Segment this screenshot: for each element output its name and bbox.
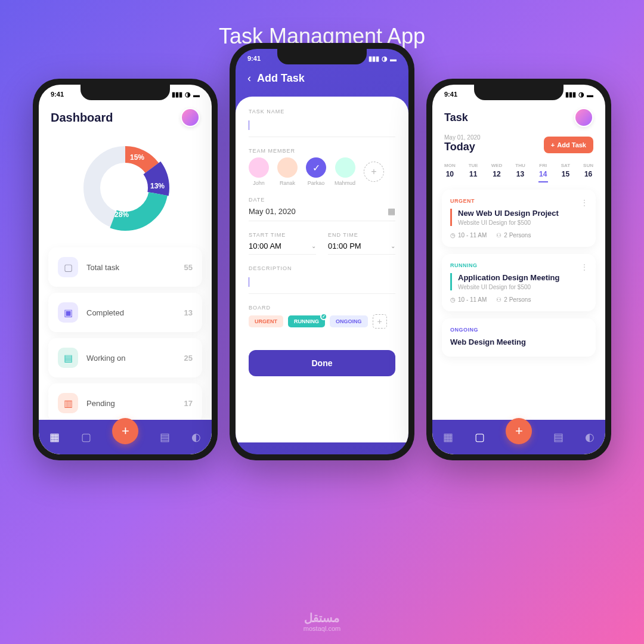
member-name: Parkao: [308, 180, 325, 186]
done-button[interactable]: Done: [249, 350, 395, 376]
board-urgent[interactable]: URGENT: [249, 315, 283, 327]
member-parkao[interactable]: ✓Parkao: [306, 157, 326, 186]
task-card-ongoing[interactable]: ONGOING Web Design Meeting: [442, 318, 596, 357]
add-task-button[interactable]: +Add Task: [544, 137, 593, 153]
board-ongoing[interactable]: ONGOING: [330, 315, 368, 327]
chart-label-3: 28%: [114, 210, 129, 219]
member-name: Ranak: [280, 180, 295, 186]
board-running[interactable]: RUNNING✓: [288, 315, 325, 327]
day-mon[interactable]: MON10: [444, 163, 456, 182]
nav-calendar-icon[interactable]: ▤: [160, 431, 170, 444]
date-value: May 01, 2020: [249, 207, 296, 216]
phone-add-task: 9:41 ▮▮▮◑▬ ‹ Add Task TASK NAME TEAM MEM…: [230, 43, 414, 460]
end-time-value: 01:00 PM: [328, 242, 361, 250]
task-desc: Website UI Design for $500: [458, 284, 587, 290]
page-title: Task Managment App: [0, 0, 644, 49]
pending-folder-icon: ▥: [58, 393, 78, 413]
task-tag: URGENT: [450, 198, 587, 204]
day-fri[interactable]: FRI14: [538, 163, 548, 182]
task-name-input[interactable]: [249, 118, 395, 137]
today-label: Today: [444, 141, 481, 153]
task-card-urgent[interactable]: URGENT ⋮ New Web UI Design Project Websi…: [442, 190, 596, 247]
chevron-down-icon: ⌄: [391, 243, 395, 249]
task-name: Application Design Meeting: [458, 273, 587, 282]
donut-chart: 15% 13% 28%: [39, 134, 212, 247]
dashboard-title: Dashboard: [51, 111, 113, 125]
persons-icon: ⚇: [496, 296, 501, 303]
task-persons: ⚇2 Persons: [496, 296, 531, 303]
nav-grid-icon[interactable]: ▦: [49, 431, 60, 444]
stat-pending[interactable]: ▥Pending17: [48, 383, 202, 423]
more-icon[interactable]: ⋮: [580, 262, 589, 272]
start-time-value: 10:00 AM: [249, 242, 281, 250]
battery-icon: ▬: [193, 91, 200, 98]
phone-task-list: 9:41 ▮▮▮◑▬ Task May 01, 2020 Today +Add …: [426, 79, 611, 460]
phone-notch: [474, 85, 564, 100]
status-time: 9:41: [51, 91, 64, 98]
nav-add-button[interactable]: +: [506, 418, 532, 444]
day-thu[interactable]: THU13: [515, 163, 525, 182]
add-member-button[interactable]: +: [364, 162, 384, 182]
avatar[interactable]: [181, 108, 200, 127]
wifi-icon: ◑: [578, 91, 584, 98]
member-john[interactable]: John: [249, 157, 269, 186]
description-input[interactable]: [249, 275, 395, 294]
phone-notch: [277, 49, 367, 64]
member-name: Mahmud: [335, 180, 355, 186]
stat-name: Pending: [86, 399, 176, 408]
nav-calendar-icon[interactable]: ▤: [553, 431, 564, 444]
nav-folder-icon[interactable]: ▢: [475, 431, 485, 444]
member-name: John: [253, 180, 265, 186]
task-list-title: Task: [444, 112, 468, 124]
task-tag: RUNNING: [450, 262, 587, 268]
back-icon[interactable]: ‹: [247, 72, 251, 85]
end-time-select[interactable]: 01:00 PM⌄: [328, 242, 395, 255]
nav-folder-icon[interactable]: ▢: [81, 431, 91, 444]
nav-add-button[interactable]: +: [112, 418, 138, 444]
stat-total[interactable]: ▢Total task55: [48, 247, 202, 287]
calendar-icon: ▦: [388, 206, 395, 216]
end-time-label: END TIME: [328, 232, 395, 238]
phone-notch: [80, 85, 170, 100]
avatar-icon: [335, 157, 355, 178]
chart-label-1: 15%: [130, 153, 144, 162]
watermark-latin: mostaql.com: [304, 625, 340, 632]
nav-grid-icon[interactable]: ▦: [443, 431, 453, 444]
signal-icon: ▮▮▮: [172, 91, 182, 98]
stat-value: 25: [184, 354, 193, 363]
more-icon[interactable]: ⋮: [580, 198, 589, 208]
nav-chat-icon[interactable]: ◐: [191, 431, 201, 444]
avatar[interactable]: [574, 108, 593, 127]
start-time-select[interactable]: 10:00 AM⌄: [249, 242, 316, 255]
plus-icon: +: [551, 141, 555, 148]
day-sun[interactable]: SUN16: [583, 163, 593, 182]
stat-value: 13: [184, 308, 193, 317]
task-name: New Web UI Design Project: [458, 209, 587, 218]
task-card-running[interactable]: RUNNING ⋮ Application Design Meeting Web…: [442, 254, 596, 311]
board-label: BOARD: [249, 305, 395, 311]
day-tue[interactable]: TUE11: [469, 163, 478, 182]
wifi-icon: ◑: [185, 91, 191, 98]
signal-icon: ▮▮▮: [565, 91, 576, 98]
wifi-icon: ◑: [382, 55, 388, 63]
date-picker[interactable]: May 01, 2020▦: [249, 206, 395, 221]
day-wed[interactable]: WED12: [491, 163, 503, 182]
stat-name: Total task: [86, 263, 176, 272]
stat-value: 17: [184, 399, 193, 408]
day-sat[interactable]: SAT15: [561, 163, 570, 182]
week-selector: MON10 TUE11 WED12 THU13 FRI14 SAT15 SUN1…: [432, 153, 605, 190]
stat-working[interactable]: ▤Working on25: [48, 338, 202, 377]
progress-folder-icon: ▤: [58, 348, 78, 368]
persons-icon: ⚇: [496, 232, 501, 239]
add-board-button[interactable]: +: [373, 314, 387, 329]
member-ranak[interactable]: Ranak: [277, 157, 298, 186]
start-time-label: START TIME: [249, 232, 316, 238]
check-folder-icon: ▣: [58, 302, 78, 323]
status-time: 9:41: [444, 91, 457, 98]
avatar-icon: [249, 157, 269, 178]
folder-icon: ▢: [58, 257, 78, 277]
clock-icon: ◷: [450, 296, 456, 303]
nav-chat-icon[interactable]: ◐: [585, 431, 595, 444]
stat-completed[interactable]: ▣Completed13: [48, 293, 202, 332]
member-mahmud[interactable]: Mahmud: [335, 157, 355, 186]
